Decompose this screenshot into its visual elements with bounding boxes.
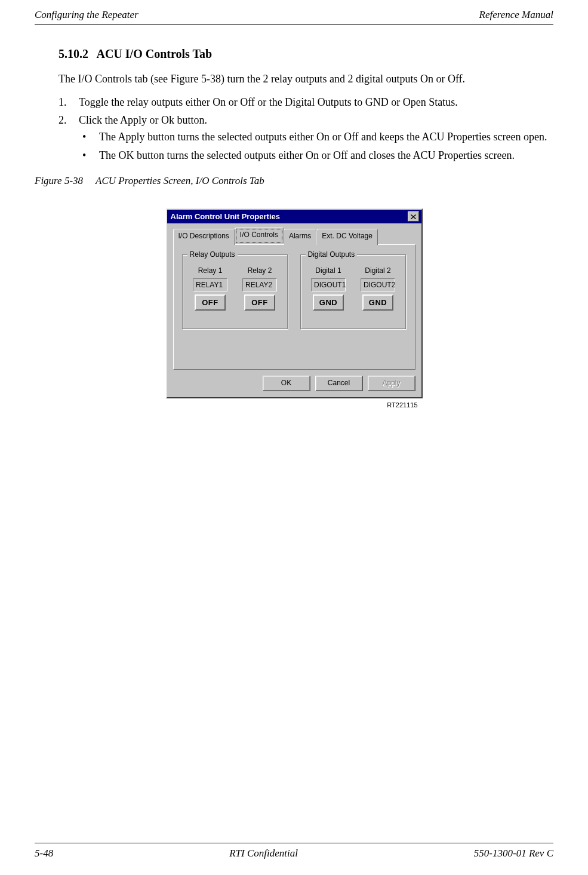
step-text-inner: Click the Apply or Ok button.: [79, 114, 207, 126]
digital1-name: DIGOUT1: [311, 278, 346, 291]
bullet-text: The Apply button turns the selected outp…: [99, 130, 553, 144]
section-number: 5.10.2: [59, 47, 88, 60]
bullet-text: The OK button turns the selected outputs…: [99, 148, 553, 162]
section-title: ACU I/O Controls Tab: [97, 47, 213, 60]
tab-ext-dc-voltage[interactable]: Ext. DC Voltage: [316, 229, 378, 244]
header-rule: [35, 24, 553, 25]
bullet-dot: •: [79, 130, 99, 144]
tab-io-descriptions[interactable]: I/O Descriptions: [173, 229, 235, 244]
relay2-toggle-button[interactable]: OFF: [244, 294, 275, 311]
intro-paragraph: The I/O Controls tab (see Figure 5-38) t…: [59, 72, 553, 86]
figure-title: ACU Properties Screen, I/O Controls Tab: [96, 175, 264, 186]
relay-outputs-group: Relay Outputs Relay 1 RELAY1 OFF Relay 2…: [182, 254, 288, 330]
running-head-left: Configuring the Repeater: [35, 8, 138, 22]
figure-image-ref: RT221115: [166, 401, 423, 410]
page-number: 5-48: [35, 847, 53, 861]
tab-io-controls[interactable]: I/O Controls: [235, 228, 284, 243]
section-heading: 5.10.2 ACU I/O Controls Tab: [59, 42, 553, 63]
digital1-toggle-button[interactable]: GND: [313, 294, 344, 311]
digital1-label: Digital 1: [315, 266, 341, 275]
dialog-titlebar: Alarm Control Unit Properties: [167, 210, 421, 224]
apply-rest: pply: [387, 378, 401, 388]
cancel-button[interactable]: Cancel: [315, 376, 363, 391]
step-number: 2.: [59, 113, 79, 166]
footer-center: RTI Confidential: [229, 847, 298, 861]
digital-outputs-legend: Digital Outputs: [306, 250, 358, 259]
tab-alarms[interactable]: Alarms: [284, 229, 316, 244]
running-head-right: Reference Manual: [479, 8, 553, 22]
tab-panel: Relay Outputs Relay 1 RELAY1 OFF Relay 2…: [173, 244, 415, 370]
apply-underline: A: [382, 378, 387, 388]
figure-label: Figure 5-38: [35, 175, 83, 186]
tab-strip: I/O Descriptions I/O Controls Alarms Ext…: [173, 229, 415, 244]
close-icon[interactable]: [408, 211, 419, 222]
relay-outputs-legend: Relay Outputs: [187, 250, 238, 259]
step-text: Toggle the relay outputs either On or Of…: [79, 95, 553, 109]
acu-properties-dialog: Alarm Control Unit Properties I/O Descri…: [166, 208, 423, 398]
footer-rule: [35, 843, 553, 843]
step-text: Click the Apply or Ok button. •The Apply…: [79, 113, 553, 166]
bullet-list: •The Apply button turns the selected out…: [79, 130, 553, 162]
figure-caption: Figure 5-38 ACU Properties Screen, I/O C…: [35, 174, 553, 188]
step-number: 1.: [59, 95, 79, 109]
relay2-name: RELAY2: [242, 278, 277, 291]
relay1-label: Relay 1: [198, 266, 223, 275]
relay1-toggle-button[interactable]: OFF: [195, 294, 226, 311]
steps-list: 1. Toggle the relay outputs either On or…: [59, 95, 553, 166]
digital2-name: DIGOUT2: [361, 278, 395, 291]
relay2-label: Relay 2: [248, 266, 272, 275]
bullet-dot: •: [79, 148, 99, 162]
ok-button[interactable]: OK: [263, 376, 310, 391]
digital-outputs-group: Digital Outputs Digital 1 DIGOUT1 GND Di…: [300, 254, 407, 330]
footer-right: 550-1300-01 Rev C: [474, 847, 553, 861]
digital2-label: Digital 2: [365, 266, 390, 275]
digital2-toggle-button[interactable]: GND: [362, 294, 393, 311]
dialog-title: Alarm Control Unit Properties: [171, 211, 280, 222]
apply-button[interactable]: Apply: [368, 376, 415, 391]
relay1-name: RELAY1: [193, 278, 227, 291]
